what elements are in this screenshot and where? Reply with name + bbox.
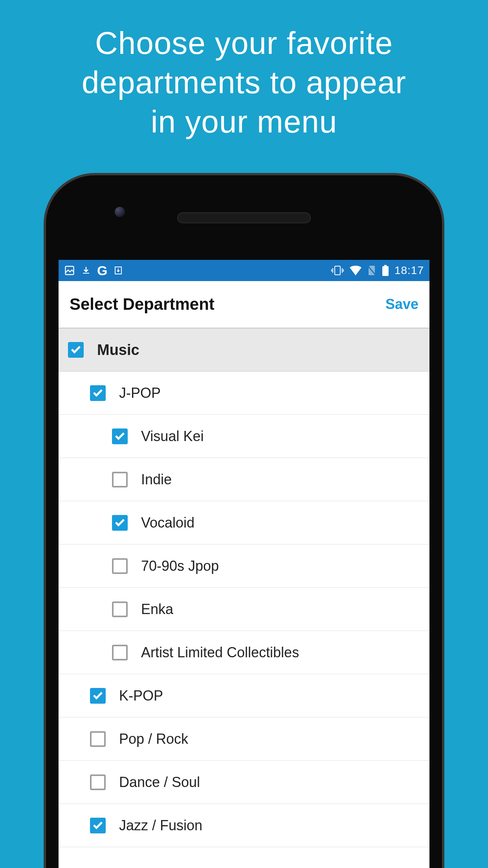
no-sim-icon <box>367 265 376 276</box>
list-item-jpop[interactable]: J-POP <box>59 371 429 415</box>
svg-rect-1 <box>83 273 89 274</box>
checkbox-70-90s-jpop[interactable] <box>112 558 128 574</box>
checkbox-indie[interactable] <box>112 472 128 487</box>
svg-rect-4 <box>384 265 387 266</box>
item-label: K-POP <box>119 688 163 704</box>
item-label: Indie <box>141 471 172 488</box>
checkbox-jpop[interactable] <box>90 385 106 401</box>
checkbox-dance-soul[interactable] <box>90 774 106 790</box>
download-icon <box>81 265 91 276</box>
status-time: 18:17 <box>394 264 424 277</box>
list-item-indie[interactable]: Indie <box>59 458 429 501</box>
item-label: Dance / Soul <box>119 774 200 791</box>
app-bar: Select Department Save <box>59 281 429 328</box>
list-item-vocaloid[interactable]: Vocaloid <box>59 501 429 544</box>
promo-line: in your menu <box>0 102 488 142</box>
promo-line: Choose your favorite <box>0 24 488 63</box>
item-label: Jazz / Fusion <box>119 817 202 834</box>
checkbox-vocaloid[interactable] <box>112 515 128 531</box>
svg-rect-5 <box>382 266 389 276</box>
list-item-visual-kei[interactable]: Visual Kei <box>59 415 429 458</box>
google-icon: G <box>97 263 107 278</box>
item-label: Vocaloid <box>141 515 194 531</box>
department-list[interactable]: Music J-POP Visual Kei Indie Vocaloid 70 <box>59 328 429 847</box>
phone-camera <box>115 207 125 217</box>
item-label: J-POP <box>119 385 161 401</box>
phone-frame: G 18:17 S <box>44 173 444 868</box>
item-label: Artist Limited Collectibles <box>141 644 299 661</box>
category-header-music[interactable]: Music <box>59 328 429 371</box>
item-label: Enka <box>141 601 173 618</box>
item-label: Visual Kei <box>141 428 204 445</box>
list-item-70-90s-jpop[interactable]: 70-90s Jpop <box>59 544 429 588</box>
status-left: G <box>64 263 123 278</box>
list-item-jazz-fusion[interactable]: Jazz / Fusion <box>59 804 429 847</box>
list-item-artist-limited[interactable]: Artist Limited Collectibles <box>59 631 429 674</box>
item-label: Pop / Rock <box>119 731 188 747</box>
checkbox-enka[interactable] <box>112 601 128 617</box>
phone-screen: G 18:17 S <box>59 260 429 868</box>
checkbox-visual-kei[interactable] <box>112 428 128 444</box>
page-title: Select Department <box>70 295 215 314</box>
item-label: 70-90s Jpop <box>141 558 219 574</box>
svg-rect-3 <box>335 266 340 275</box>
battery-icon <box>382 265 389 276</box>
list-item-enka[interactable]: Enka <box>59 588 429 631</box>
category-label: Music <box>97 342 139 359</box>
wifi-icon <box>350 265 361 276</box>
list-item-pop-rock[interactable]: Pop / Rock <box>59 717 429 761</box>
promo-heading: Choose your favorite departments to appe… <box>0 0 488 142</box>
phone-hardware-top <box>46 175 442 260</box>
vibrate-icon <box>331 265 344 276</box>
checkbox-pop-rock[interactable] <box>90 731 106 747</box>
image-icon <box>64 265 75 276</box>
download-box-icon <box>114 265 123 276</box>
status-right: 18:17 <box>331 264 424 277</box>
checkbox-jazz-fusion[interactable] <box>90 818 106 833</box>
promo-line: departments to appear <box>0 63 488 102</box>
checkbox-kpop[interactable] <box>90 688 106 704</box>
android-status-bar: G 18:17 <box>59 260 429 281</box>
phone-speaker <box>177 212 311 223</box>
save-button[interactable]: Save <box>385 296 418 313</box>
checkbox-music[interactable] <box>68 342 84 358</box>
list-item-dance-soul[interactable]: Dance / Soul <box>59 761 429 804</box>
list-item-kpop[interactable]: K-POP <box>59 674 429 717</box>
checkbox-artist-limited[interactable] <box>112 645 128 660</box>
